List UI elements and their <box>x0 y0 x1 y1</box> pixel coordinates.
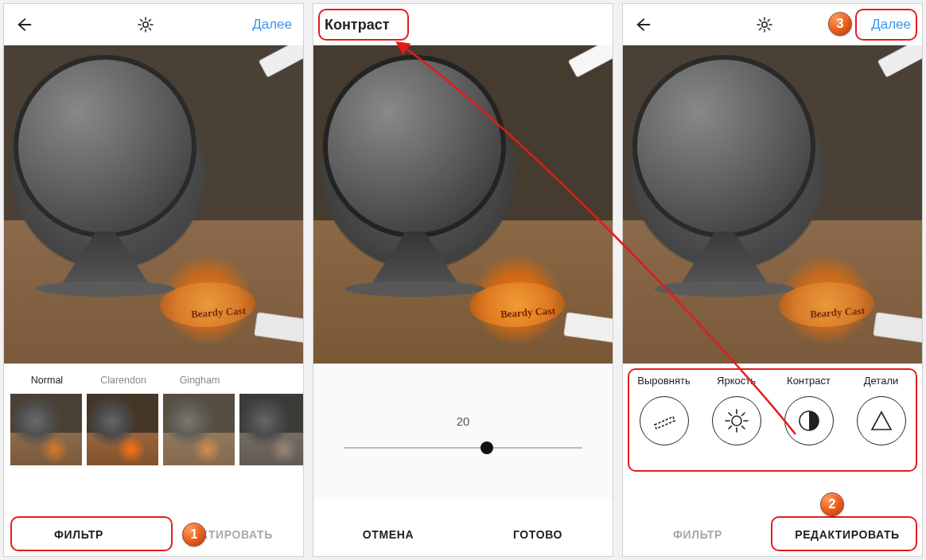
filter-label: Normal <box>10 375 84 387</box>
bottom-tabs: ФИЛЬТР РЕДАКТИРОВАТЬ <box>623 513 922 556</box>
filter-normal[interactable]: Normal <box>10 375 84 499</box>
photo-preview: Beardy Cast <box>623 45 922 364</box>
slider-area: 20 <box>313 364 613 499</box>
photo-preview: Beardy Cast <box>4 45 303 364</box>
filter-label: Clarendon <box>87 375 160 387</box>
filter-thumb <box>10 394 82 465</box>
filter-clarendon[interactable]: Clarendon <box>87 375 160 499</box>
next-button[interactable]: Далее <box>252 17 292 33</box>
header: Далее <box>623 4 922 45</box>
adjust-title: Контраст <box>325 17 390 33</box>
lux-icon[interactable] <box>136 15 155 34</box>
structure-icon <box>857 396 906 445</box>
tool-label: Детали <box>845 375 917 387</box>
filter-gingham[interactable]: Gingham <box>163 375 236 499</box>
tab-edit[interactable]: ДАКТИРОВАТЬ <box>154 513 303 556</box>
contrast-icon <box>784 396 834 445</box>
tool-brightness[interactable]: Яркость <box>700 375 772 499</box>
tool-label: Контраст <box>772 375 845 387</box>
tab-edit[interactable]: РЕДАКТИРОВАТЬ <box>772 513 922 556</box>
header: Контраст <box>313 4 613 45</box>
photo-preview: Beardy Cast <box>313 45 613 364</box>
bottom-tabs: ФИЛЬТР ДАКТИРОВАТЬ <box>4 513 303 556</box>
filter-label: Gingham <box>163 375 236 387</box>
tab-filter[interactable]: ФИЛЬТР <box>4 513 154 556</box>
tool-structure[interactable]: Детали <box>845 375 917 499</box>
header: Далее <box>4 4 303 45</box>
filter-thumb <box>163 394 235 465</box>
screen-edit-tools: Далее Beardy Cast Выровнять Яркость <box>622 3 923 557</box>
tool-label: Яркость <box>700 375 772 387</box>
slider-value: 20 <box>457 414 470 428</box>
back-icon[interactable] <box>634 16 652 33</box>
svg-point-0 <box>143 22 148 27</box>
tool-contrast[interactable]: Контраст <box>772 375 845 499</box>
next-button[interactable]: Далее <box>871 17 911 33</box>
lux-icon[interactable] <box>755 15 774 34</box>
tab-filter[interactable]: ФИЛЬТР <box>623 513 772 556</box>
slider-thumb-icon[interactable] <box>481 441 493 454</box>
tool-label: Выровнять <box>628 375 700 387</box>
filter-strip[interactable]: Normal Clarendon Gingham <box>4 364 303 499</box>
filter-thumb <box>239 394 303 465</box>
svg-point-1 <box>762 22 767 27</box>
back-icon[interactable] <box>15 16 33 33</box>
brightness-icon <box>712 396 761 445</box>
filter-thumb <box>87 394 158 465</box>
edit-tools-row: Выровнять Яркость Контраст <box>623 364 922 499</box>
tool-adjust[interactable]: Выровнять <box>628 375 700 499</box>
done-button[interactable]: ГОТОВО <box>463 513 613 556</box>
contrast-slider[interactable] <box>344 447 582 449</box>
adjust-icon <box>640 396 689 445</box>
screen-adjust-contrast: Контраст Beardy Cast 20 ОТМЕНА ГОТОВО <box>313 3 613 557</box>
screen-filters: Далее Beardy Cast Normal Clarendon Gingh… <box>3 3 304 557</box>
filter-label <box>239 375 303 387</box>
bottom-tabs: ОТМЕНА ГОТОВО <box>313 513 613 556</box>
cancel-button[interactable]: ОТМЕНА <box>313 513 463 556</box>
filter-more[interactable] <box>239 375 303 499</box>
svg-point-2 <box>732 416 741 426</box>
